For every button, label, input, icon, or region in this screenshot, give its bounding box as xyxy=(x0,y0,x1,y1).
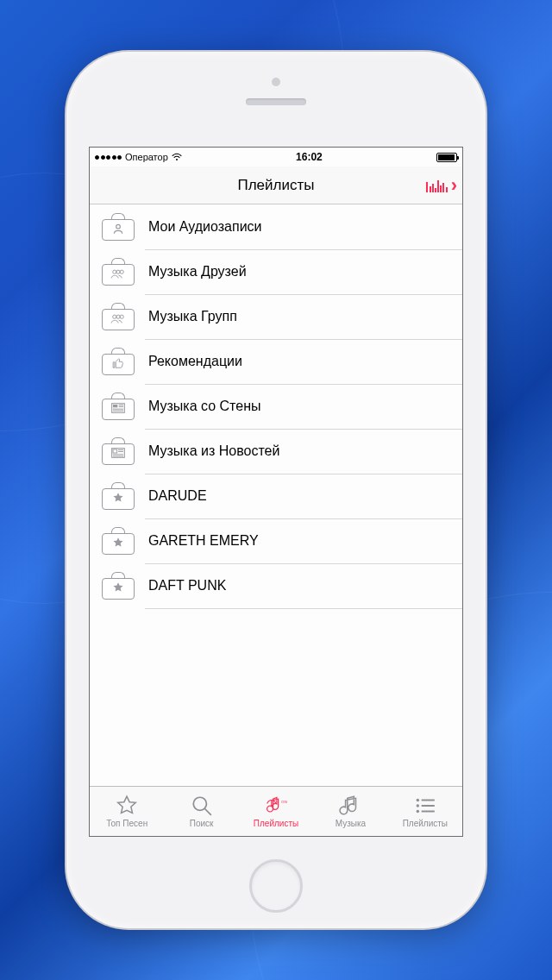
list-item[interactable]: DAFT PUNK xyxy=(90,563,462,608)
list-item-label: Музыка со Стены xyxy=(148,399,261,414)
chevron-right-icon: › xyxy=(451,176,457,195)
screen: Оператор 16:02 Плейлисты › Мои Аудиозапи… xyxy=(89,147,463,837)
svg-rect-16 xyxy=(118,451,123,452)
folder-wall-icon xyxy=(102,393,135,420)
list-item[interactable]: Рекомендации xyxy=(90,339,462,384)
nav-header: Плейлисты › xyxy=(90,166,462,204)
search-icon xyxy=(191,795,213,817)
svg-rect-11 xyxy=(113,408,123,409)
playlist-list: Мои АудиозаписиМузыка ДрузейМузыка Групп… xyxy=(90,204,462,608)
svg-point-0 xyxy=(116,224,121,229)
list-item-label: Мои Аудиозаписи xyxy=(148,219,262,235)
svg-point-2 xyxy=(120,270,123,273)
tab-bar: Топ ПесенПоискONLINEПлейлистыМузыкаПлейл… xyxy=(90,786,462,836)
svg-point-4 xyxy=(113,315,116,318)
folder-star-icon xyxy=(102,482,135,510)
tab-label: Плейлисты xyxy=(403,819,448,828)
list-item[interactable]: Музыка из Новостей xyxy=(90,429,462,474)
list-item[interactable]: Мои Аудиозаписи xyxy=(90,204,462,249)
phone-frame: Оператор 16:02 Плейлисты › Мои Аудиозапи… xyxy=(66,52,486,928)
phone-camera xyxy=(272,78,280,86)
folder-star-icon xyxy=(102,527,135,555)
svg-rect-9 xyxy=(119,405,123,405)
page-title: Плейлисты xyxy=(237,177,314,194)
tab-label: Топ Песен xyxy=(106,819,147,828)
note-icon xyxy=(339,795,361,817)
tab-search[interactable]: Поиск xyxy=(164,787,238,836)
list-item-label: DAFT PUNK xyxy=(148,578,226,594)
status-bar: Оператор 16:02 xyxy=(90,148,462,166)
list-item-label: DARUDE xyxy=(148,488,207,504)
svg-point-22 xyxy=(416,799,418,801)
list-icon xyxy=(414,795,436,817)
folder-star-icon xyxy=(102,572,135,600)
svg-point-3 xyxy=(116,270,120,273)
svg-rect-10 xyxy=(119,406,123,407)
svg-point-23 xyxy=(416,804,418,807)
carrier-label: Оператор xyxy=(125,152,168,162)
list-item-label: Музыка Групп xyxy=(148,309,237,324)
phone-earpiece xyxy=(246,98,306,105)
svg-line-20 xyxy=(204,808,211,815)
svg-point-19 xyxy=(193,797,206,810)
svg-point-6 xyxy=(116,315,120,318)
list-item-label: Музыка Друзей xyxy=(148,264,247,280)
list-item[interactable]: Музыка Друзей xyxy=(90,249,462,294)
list-item[interactable]: Музыка Групп xyxy=(90,294,462,339)
note-online-icon: ONLINE xyxy=(265,795,287,817)
svg-rect-12 xyxy=(113,410,123,411)
folder-group-icon xyxy=(102,303,135,330)
svg-rect-15 xyxy=(118,449,123,450)
tab-online[interactable]: ONLINEПлейлисты xyxy=(239,787,313,836)
list-item-label: Музыка из Новостей xyxy=(148,443,279,459)
svg-rect-18 xyxy=(113,455,123,456)
home-button[interactable] xyxy=(249,859,303,913)
folder-thumb-icon xyxy=(102,348,135,375)
svg-text:ONLINE: ONLINE xyxy=(281,800,287,804)
tab-label: Поиск xyxy=(190,819,214,828)
equalizer-icon xyxy=(426,179,447,192)
tab-music[interactable]: Музыка xyxy=(313,787,387,836)
svg-point-1 xyxy=(113,270,116,273)
star-icon xyxy=(116,795,138,817)
clock: 16:02 xyxy=(296,151,323,163)
svg-point-24 xyxy=(416,810,418,813)
signal-icon xyxy=(95,155,122,160)
list-item-label: GARETH EMERY xyxy=(148,533,259,549)
tab-top[interactable]: Топ Песен xyxy=(90,787,164,836)
svg-rect-14 xyxy=(113,449,117,453)
folder-person-icon xyxy=(102,213,135,241)
battery-icon xyxy=(436,153,457,162)
wifi-icon xyxy=(172,153,182,161)
now-playing-button[interactable]: › xyxy=(426,166,457,204)
svg-rect-8 xyxy=(113,405,117,407)
list-item-label: Рекомендации xyxy=(148,354,242,369)
svg-point-5 xyxy=(120,315,123,318)
folder-group-icon xyxy=(102,258,135,286)
svg-rect-17 xyxy=(113,454,123,455)
tab-label: Плейлисты xyxy=(254,819,298,828)
tab-playlists[interactable]: Плейлисты xyxy=(388,787,462,836)
folder-news-icon xyxy=(102,437,135,465)
list-item[interactable]: DARUDE xyxy=(90,474,462,518)
tab-label: Музыка xyxy=(336,819,366,828)
list-item[interactable]: GARETH EMERY xyxy=(90,518,462,563)
list-item[interactable]: Музыка со Стены xyxy=(90,384,462,429)
